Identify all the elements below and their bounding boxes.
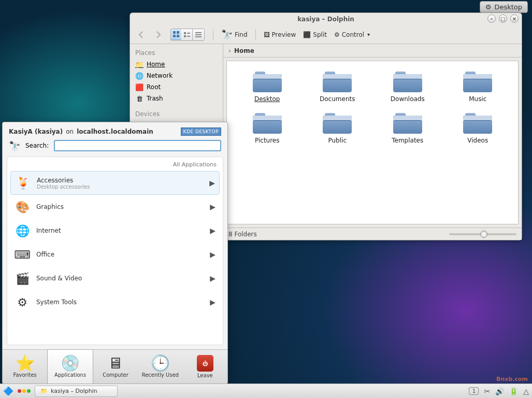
search-row: 🔭 Search: — [3, 140, 227, 157]
home-folder-icon: 📁 — [135, 60, 143, 68]
network-icon: 🌐 — [135, 72, 143, 80]
internet-icon: 🌐 — [15, 223, 30, 238]
find-button[interactable]: 🔭Find — [219, 27, 250, 41]
chevron-right-icon: ▶ — [210, 250, 215, 259]
breadcrumb[interactable]: › Home — [223, 44, 522, 58]
tab-leave[interactable]: ⏻Leave — [183, 350, 227, 383]
places-header: Places — [130, 47, 223, 59]
graphics-icon: 🎨 — [15, 199, 30, 215]
folder-public[interactable]: Public — [303, 112, 373, 144]
statusbar: 8 Folders — [223, 228, 522, 240]
preview-icon: 🖼 — [264, 31, 270, 38]
svg-rect-1 — [177, 31, 179, 34]
svg-rect-9 — [195, 34, 202, 35]
forward-button[interactable] — [151, 29, 165, 41]
separator — [213, 29, 213, 40]
folder-icon — [393, 70, 422, 92]
kickoff-header: KasiyA (kasiya) on localhost.localdomain… — [3, 122, 227, 140]
toolbox-icon: ⚙ — [485, 3, 492, 11]
user-name: KasiyA (kasiya) — [9, 128, 63, 135]
search-input[interactable] — [54, 140, 221, 151]
office-icon: ⌨ — [15, 247, 30, 262]
folder-videos[interactable]: Videos — [443, 112, 513, 144]
tray-expand-icon[interactable]: △ — [523, 387, 529, 395]
svg-rect-7 — [187, 36, 190, 37]
kde-badge: KDE DESKTOP — [181, 127, 221, 136]
maximize-button[interactable]: □ — [499, 15, 507, 23]
folder-icon — [393, 112, 422, 134]
dot-icon — [27, 389, 31, 393]
folder-desktop[interactable]: Desktop — [232, 70, 303, 103]
plasma-toolbox[interactable]: ⚙ Desktop — [480, 1, 528, 13]
folder-documents[interactable]: Documents — [303, 70, 373, 103]
zoom-slider[interactable] — [449, 233, 516, 235]
toolbar: 🔭Find 🖼Preview ⬛Split ⚙Control▾ — [130, 25, 522, 44]
devices-header: Devices — [130, 108, 223, 120]
icons-view-button[interactable] — [170, 29, 182, 40]
chevron-right-icon: ▶ — [210, 298, 215, 306]
pager[interactable]: 1 — [469, 387, 479, 395]
applications-icon: 💿 — [61, 356, 80, 371]
category-graphics[interactable]: 🎨 Graphics ▶ — [7, 195, 223, 219]
svg-rect-8 — [195, 32, 202, 33]
chevron-right-icon: ▶ — [209, 179, 215, 187]
task-dolphin[interactable]: 📁 kasiya – Dolphin — [35, 386, 118, 397]
svg-rect-10 — [195, 36, 202, 37]
slider-knob[interactable] — [480, 231, 487, 238]
volume-icon[interactable]: 🔊 — [495, 387, 504, 395]
dot-icon — [18, 389, 21, 393]
watermark: Bnxb.com — [496, 376, 528, 382]
minimize-button[interactable]: – — [487, 15, 496, 23]
back-button[interactable] — [134, 29, 149, 41]
tab-recently-used[interactable]: 🕒Recently Used — [138, 350, 182, 383]
category-office[interactable]: ⌨ Office ▶ — [7, 243, 223, 266]
category-sound-video[interactable]: 🎬 Sound & Video ▶ — [7, 266, 223, 290]
svg-rect-3 — [177, 35, 179, 37]
computer-icon: 🖥 — [108, 356, 123, 371]
clipboard-icon[interactable]: ✂ — [484, 387, 490, 395]
root-folder-icon: 🟥 — [135, 83, 143, 91]
place-network[interactable]: 🌐Network — [130, 70, 223, 81]
titlebar[interactable]: kasiya – Dolphin – □ × — [130, 13, 522, 25]
split-icon: ⬛ — [303, 31, 311, 38]
folder-icon — [253, 112, 282, 134]
window-title: kasiya – Dolphin — [297, 16, 354, 23]
place-trash[interactable]: 🗑Trash — [130, 93, 223, 104]
svg-rect-5 — [187, 33, 190, 34]
details-view-button[interactable] — [193, 29, 204, 40]
tab-favorites[interactable]: ⭐Favorites — [3, 350, 47, 383]
multimedia-icon: 🎬 — [15, 271, 30, 286]
control-button[interactable]: ⚙Control▾ — [332, 30, 372, 40]
dot-icon — [22, 389, 26, 393]
folder-downloads[interactable]: Downloads — [372, 70, 443, 103]
breadcrumb-home[interactable]: Home — [234, 47, 254, 54]
compact-view-button[interactable] — [181, 29, 193, 40]
svg-rect-4 — [184, 32, 186, 34]
split-button[interactable]: ⬛Split — [300, 30, 329, 40]
chevron-right-icon: ▶ — [210, 274, 215, 282]
folder-icon — [253, 70, 282, 92]
category-internet[interactable]: 🌐 Internet ▶ — [7, 219, 223, 243]
folder-pictures[interactable]: Pictures — [232, 112, 303, 144]
toolbox-label: Desktop — [494, 3, 522, 11]
activity-switcher[interactable] — [18, 389, 31, 393]
applications-header: All Applications — [7, 157, 223, 171]
category-system-tools[interactable]: ⚙ System Tools ▶ — [7, 290, 223, 314]
battery-icon[interactable]: 🔋 — [509, 387, 518, 395]
place-home[interactable]: 📁Home — [130, 59, 223, 70]
folder-music[interactable]: Music — [443, 70, 513, 103]
svg-rect-6 — [184, 35, 186, 37]
close-button[interactable]: × — [510, 15, 519, 23]
kickoff-launcher[interactable]: 🔷 — [3, 386, 13, 396]
tab-applications[interactable]: 💿Applications — [47, 349, 93, 383]
taskbar: 🔷 📁 kasiya – Dolphin 1 ✂ 🔊 🔋 △ — [0, 383, 532, 398]
preview-button[interactable]: 🖼Preview — [261, 30, 299, 40]
file-grid[interactable]: Desktop Documents Downloads Music Pictur… — [226, 61, 519, 224]
tab-computer[interactable]: 🖥Computer — [93, 350, 138, 383]
kde-logo-icon: 🔷 — [3, 386, 13, 396]
place-root[interactable]: 🟥Root — [130, 81, 223, 93]
applications-list: All Applications 🍹 AccessoriesDesktop ac… — [7, 157, 223, 345]
folder-templates[interactable]: Templates — [372, 112, 443, 144]
category-accessories[interactable]: 🍹 AccessoriesDesktop accessories ▶ — [10, 171, 220, 195]
chevron-right-icon: ▶ — [210, 203, 215, 211]
